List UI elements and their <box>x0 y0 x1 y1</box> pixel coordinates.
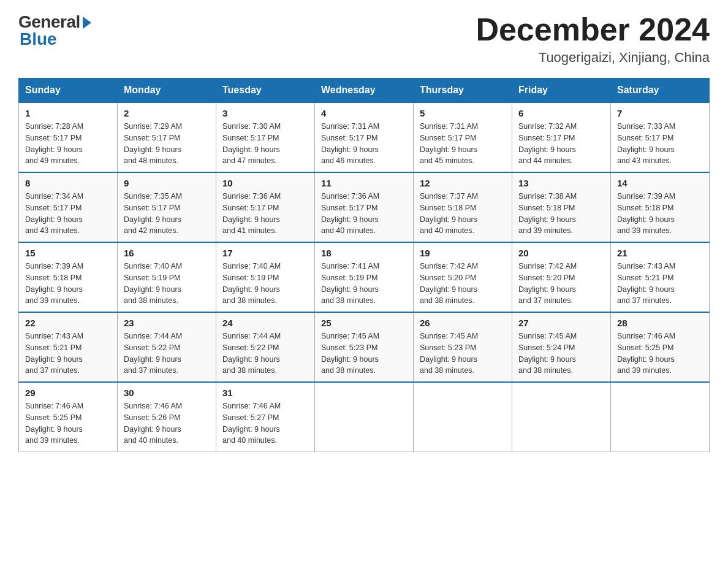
day-info: Sunrise: 7:30 AM Sunset: 5:17 PM Dayligh… <box>222 121 308 167</box>
day-number: 12 <box>420 178 506 188</box>
day-info: Sunrise: 7:46 AM Sunset: 5:25 PM Dayligh… <box>617 331 703 377</box>
logo-blue-text: Blue <box>18 29 57 49</box>
day-info: Sunrise: 7:43 AM Sunset: 5:21 PM Dayligh… <box>617 261 703 307</box>
header-tuesday: Tuesday <box>216 79 315 103</box>
calendar-cell: 9 Sunrise: 7:35 AM Sunset: 5:17 PM Dayli… <box>118 172 216 242</box>
day-info: Sunrise: 7:44 AM Sunset: 5:22 PM Dayligh… <box>222 331 308 377</box>
calendar-cell: 14 Sunrise: 7:39 AM Sunset: 5:18 PM Dayl… <box>611 172 710 242</box>
calendar-cell: 31 Sunrise: 7:46 AM Sunset: 5:27 PM Dayl… <box>216 382 315 452</box>
day-number: 19 <box>420 248 506 258</box>
page-header: General Blue December 2024 Tuogerigaizi,… <box>18 12 710 66</box>
calendar-cell <box>512 382 611 452</box>
day-info: Sunrise: 7:44 AM Sunset: 5:22 PM Dayligh… <box>124 331 210 377</box>
title-block: December 2024 Tuogerigaizi, Xinjiang, Ch… <box>476 12 710 66</box>
calendar-cell: 20 Sunrise: 7:42 AM Sunset: 5:20 PM Dayl… <box>512 242 611 312</box>
day-number: 27 <box>518 318 604 328</box>
calendar-cell: 15 Sunrise: 7:39 AM Sunset: 5:18 PM Dayl… <box>19 242 118 312</box>
calendar-cell: 3 Sunrise: 7:30 AM Sunset: 5:17 PM Dayli… <box>216 102 315 172</box>
day-number: 1 <box>25 108 111 118</box>
day-number: 20 <box>518 248 604 258</box>
calendar-table: Sunday Monday Tuesday Wednesday Thursday… <box>18 78 710 452</box>
week-row: 15 Sunrise: 7:39 AM Sunset: 5:18 PM Dayl… <box>19 242 710 312</box>
calendar-cell <box>315 382 414 452</box>
calendar-cell: 1 Sunrise: 7:28 AM Sunset: 5:17 PM Dayli… <box>19 102 118 172</box>
location-title: Tuogerigaizi, Xinjiang, China <box>476 50 710 66</box>
day-number: 21 <box>617 248 703 258</box>
header-wednesday: Wednesday <box>315 79 414 103</box>
calendar-cell: 16 Sunrise: 7:40 AM Sunset: 5:19 PM Dayl… <box>118 242 216 312</box>
day-info: Sunrise: 7:40 AM Sunset: 5:19 PM Dayligh… <box>124 261 210 307</box>
day-info: Sunrise: 7:34 AM Sunset: 5:17 PM Dayligh… <box>25 191 111 237</box>
calendar-cell: 7 Sunrise: 7:33 AM Sunset: 5:17 PM Dayli… <box>611 102 710 172</box>
calendar-cell: 27 Sunrise: 7:45 AM Sunset: 5:24 PM Dayl… <box>512 312 611 382</box>
day-info: Sunrise: 7:41 AM Sunset: 5:19 PM Dayligh… <box>321 261 407 307</box>
day-number: 16 <box>124 248 210 258</box>
calendar-cell: 8 Sunrise: 7:34 AM Sunset: 5:17 PM Dayli… <box>19 172 118 242</box>
day-info: Sunrise: 7:33 AM Sunset: 5:17 PM Dayligh… <box>617 121 703 167</box>
calendar-cell: 28 Sunrise: 7:46 AM Sunset: 5:25 PM Dayl… <box>611 312 710 382</box>
day-number: 9 <box>124 178 210 188</box>
day-number: 26 <box>420 318 506 328</box>
week-row: 8 Sunrise: 7:34 AM Sunset: 5:17 PM Dayli… <box>19 172 710 242</box>
calendar-cell: 17 Sunrise: 7:40 AM Sunset: 5:19 PM Dayl… <box>216 242 315 312</box>
day-info: Sunrise: 7:38 AM Sunset: 5:18 PM Dayligh… <box>518 191 604 237</box>
calendar-cell <box>414 382 512 452</box>
day-info: Sunrise: 7:45 AM Sunset: 5:23 PM Dayligh… <box>420 331 506 377</box>
day-number: 15 <box>25 248 111 258</box>
day-info: Sunrise: 7:36 AM Sunset: 5:17 PM Dayligh… <box>321 191 407 237</box>
day-info: Sunrise: 7:28 AM Sunset: 5:17 PM Dayligh… <box>25 121 111 167</box>
day-number: 29 <box>25 388 111 398</box>
day-number: 18 <box>321 248 407 258</box>
calendar-cell: 30 Sunrise: 7:46 AM Sunset: 5:26 PM Dayl… <box>118 382 216 452</box>
logo: General Blue <box>18 12 91 49</box>
header-friday: Friday <box>512 79 611 103</box>
calendar-cell: 26 Sunrise: 7:45 AM Sunset: 5:23 PM Dayl… <box>414 312 512 382</box>
calendar-cell: 10 Sunrise: 7:36 AM Sunset: 5:17 PM Dayl… <box>216 172 315 242</box>
day-number: 11 <box>321 178 407 188</box>
header-thursday: Thursday <box>414 79 512 103</box>
header-sunday: Sunday <box>19 79 118 103</box>
calendar-cell: 6 Sunrise: 7:32 AM Sunset: 5:17 PM Dayli… <box>512 102 611 172</box>
calendar-cell: 2 Sunrise: 7:29 AM Sunset: 5:17 PM Dayli… <box>118 102 216 172</box>
day-number: 22 <box>25 318 111 328</box>
header-saturday: Saturday <box>611 79 710 103</box>
day-number: 30 <box>124 388 210 398</box>
calendar-cell: 13 Sunrise: 7:38 AM Sunset: 5:18 PM Dayl… <box>512 172 611 242</box>
day-info: Sunrise: 7:31 AM Sunset: 5:17 PM Dayligh… <box>420 121 506 167</box>
calendar-cell: 12 Sunrise: 7:37 AM Sunset: 5:18 PM Dayl… <box>414 172 512 242</box>
day-number: 28 <box>617 318 703 328</box>
calendar-cell: 11 Sunrise: 7:36 AM Sunset: 5:17 PM Dayl… <box>315 172 414 242</box>
day-number: 4 <box>321 108 407 118</box>
logo-arrow-icon <box>83 17 91 29</box>
day-number: 3 <box>222 108 308 118</box>
header-row: Sunday Monday Tuesday Wednesday Thursday… <box>19 79 710 103</box>
day-info: Sunrise: 7:43 AM Sunset: 5:21 PM Dayligh… <box>25 331 111 377</box>
day-info: Sunrise: 7:35 AM Sunset: 5:17 PM Dayligh… <box>124 191 210 237</box>
month-title: December 2024 <box>476 12 710 47</box>
calendar-cell: 22 Sunrise: 7:43 AM Sunset: 5:21 PM Dayl… <box>19 312 118 382</box>
calendar-cell: 4 Sunrise: 7:31 AM Sunset: 5:17 PM Dayli… <box>315 102 414 172</box>
calendar-cell: 18 Sunrise: 7:41 AM Sunset: 5:19 PM Dayl… <box>315 242 414 312</box>
day-number: 8 <box>25 178 111 188</box>
day-number: 31 <box>222 388 308 398</box>
day-info: Sunrise: 7:29 AM Sunset: 5:17 PM Dayligh… <box>124 121 210 167</box>
day-number: 23 <box>124 318 210 328</box>
calendar-cell <box>611 382 710 452</box>
day-number: 25 <box>321 318 407 328</box>
week-row: 22 Sunrise: 7:43 AM Sunset: 5:21 PM Dayl… <box>19 312 710 382</box>
day-info: Sunrise: 7:37 AM Sunset: 5:18 PM Dayligh… <box>420 191 506 237</box>
day-number: 14 <box>617 178 703 188</box>
day-number: 7 <box>617 108 703 118</box>
day-info: Sunrise: 7:40 AM Sunset: 5:19 PM Dayligh… <box>222 261 308 307</box>
day-info: Sunrise: 7:31 AM Sunset: 5:17 PM Dayligh… <box>321 121 407 167</box>
day-number: 6 <box>518 108 604 118</box>
day-info: Sunrise: 7:42 AM Sunset: 5:20 PM Dayligh… <box>420 261 506 307</box>
day-number: 17 <box>222 248 308 258</box>
day-info: Sunrise: 7:32 AM Sunset: 5:17 PM Dayligh… <box>518 121 604 167</box>
day-info: Sunrise: 7:39 AM Sunset: 5:18 PM Dayligh… <box>25 261 111 307</box>
day-number: 10 <box>222 178 308 188</box>
day-info: Sunrise: 7:46 AM Sunset: 5:26 PM Dayligh… <box>124 400 210 446</box>
calendar-cell: 5 Sunrise: 7:31 AM Sunset: 5:17 PM Dayli… <box>414 102 512 172</box>
day-number: 5 <box>420 108 506 118</box>
day-info: Sunrise: 7:45 AM Sunset: 5:23 PM Dayligh… <box>321 331 407 377</box>
